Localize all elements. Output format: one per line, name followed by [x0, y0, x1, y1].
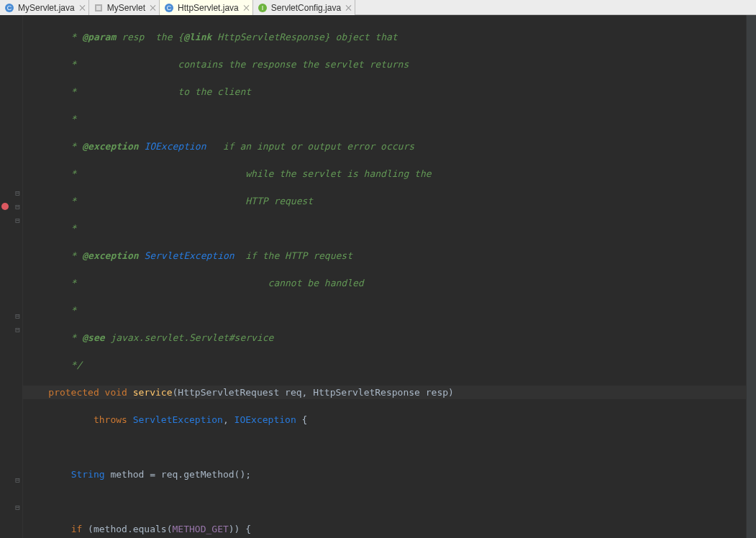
tab-label: HttpServlet.java: [178, 3, 239, 13]
class-icon: C: [164, 3, 174, 13]
fold-marker[interactable]: ⊟: [14, 477, 21, 483]
svg-text:I: I: [261, 4, 263, 12]
tab-label: ServletConfig.java: [271, 3, 341, 13]
fold-marker[interactable]: ⊟: [14, 327, 21, 333]
bean-icon: [94, 3, 104, 13]
tab-myservlet-java[interactable]: C MyServlet.java: [0, 0, 89, 15]
svg-text:C: C: [167, 4, 172, 12]
tab-servletconfig-java[interactable]: I ServletConfig.java: [253, 0, 355, 15]
editor-tabbar: C MyServlet.java MyServlet C HttpServlet…: [0, 0, 756, 15]
svg-rect-3: [96, 6, 101, 10]
svg-text:C: C: [7, 4, 12, 12]
fold-marker[interactable]: ⊟: [14, 217, 21, 224]
vertical-scrollbar[interactable]: [746, 15, 756, 538]
fold-marker[interactable]: ⊟: [14, 313, 21, 319]
fold-marker[interactable]: ⊟: [14, 504, 21, 511]
editor: ⊟ ⊟ ⊟ ⊟ ⊟ ⊟ ⊟ * @param resp the {@link H…: [0, 15, 756, 538]
breakpoint-marker[interactable]: [1, 203, 9, 210]
close-icon[interactable]: [244, 5, 250, 11]
close-icon[interactable]: [150, 5, 156, 11]
close-icon[interactable]: [80, 5, 86, 11]
tab-myservlet-bean[interactable]: MyServlet: [89, 0, 160, 15]
gutter[interactable]: ⊟ ⊟ ⊟ ⊟ ⊟ ⊟ ⊟: [0, 15, 23, 538]
tab-label: MyServlet: [107, 3, 145, 13]
interface-icon: I: [258, 3, 268, 13]
fold-marker[interactable]: ⊟: [14, 204, 21, 210]
code-area[interactable]: * @param resp the {@link HttpServletResp…: [23, 15, 746, 538]
tab-label: MyServlet.java: [18, 3, 75, 13]
tab-httpservlet-java[interactable]: C HttpServlet.java: [160, 0, 253, 15]
close-icon[interactable]: [346, 5, 352, 11]
class-icon: C: [4, 3, 14, 13]
fold-marker[interactable]: ⊟: [14, 190, 21, 196]
